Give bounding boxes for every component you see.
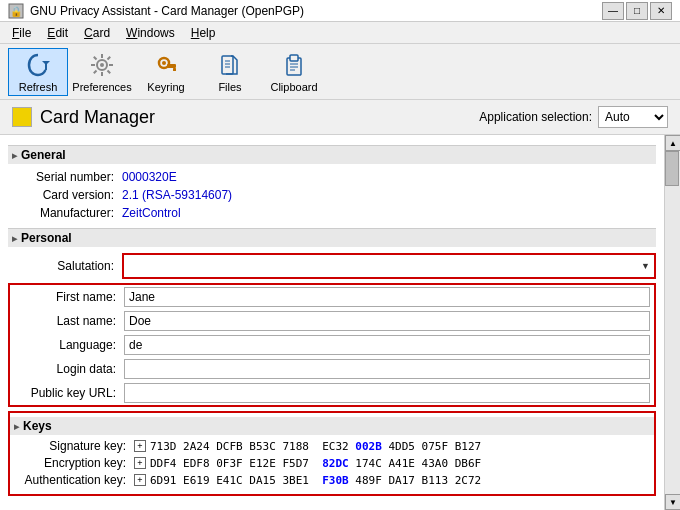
salutation-dropdown[interactable]: Mr. Ms. Dr. [124,255,654,277]
serial-number-label: Serial number: [12,170,122,184]
keys-title: Keys [23,419,52,433]
last-name-input[interactable] [124,311,650,331]
toolbar: Refresh Preferences [0,44,680,100]
card-version-label: Card version: [12,188,122,202]
card-version-row: Card version: 2.1 (RSA-59314607) [8,188,656,202]
personal-title: Personal [21,231,72,245]
svg-line-9 [94,56,97,59]
salutation-label: Salutation: [12,259,122,273]
login-data-input-row: Login data: [10,357,654,381]
language-input-row: Language: [10,333,654,357]
first-name-input-row: First name: [10,285,654,309]
signature-key-value: + 713D 2A24 DCFB B53C 7188 EC32 002B 4DD… [134,440,481,453]
menu-help[interactable]: Help [183,24,224,42]
signature-key-label: Signature key: [14,439,134,453]
scroll-up-arrow[interactable]: ▲ [665,135,680,151]
authentication-key-text: 6D91 E619 E41C DA15 3BE1 F30B 489F DA17 … [150,474,481,487]
refresh-label: Refresh [19,81,58,93]
personal-table: First name:Last name:Language:Login data… [8,283,656,407]
salutation-row: Salutation: Mr. Ms. Dr. ▼ [8,253,656,279]
keyring-label: Keyring [147,81,184,93]
serial-number-row: Serial number: 0000320E [8,170,656,184]
card-version-value: 2.1 (RSA-59314607) [122,188,232,202]
svg-line-11 [108,56,111,59]
card-manager-title: Card Manager [40,107,471,128]
encryption-key-label: Encryption key: [14,456,134,470]
personal-section-icon: ▸ [12,233,17,244]
keyring-button[interactable]: Keyring [136,48,196,96]
last-name-input-row: Last name: [10,309,654,333]
svg-rect-17 [222,56,233,74]
menu-windows[interactable]: Windows [118,24,183,42]
signature-key-expand[interactable]: + [134,440,146,452]
close-button[interactable]: ✕ [650,2,672,20]
app-icon: 🔒 [8,3,24,19]
general-section-header: ▸ General [8,145,656,164]
main-scroll-area: ▸ General Serial number: 0000320E Card v… [0,135,664,510]
first-name-input-label: First name: [14,290,124,304]
language-input[interactable] [124,335,650,355]
keys-section-header: ▸ Keys [10,417,654,435]
svg-rect-22 [290,55,298,61]
window-title: GNU Privacy Assistant - Card Manager (Op… [30,4,602,18]
encryption-key-expand[interactable]: + [134,457,146,469]
serial-number-value: 0000320E [122,170,177,184]
files-icon [216,51,244,79]
authentication-key-expand[interactable]: + [134,474,146,486]
preferences-button[interactable]: Preferences [72,48,132,96]
files-label: Files [218,81,241,93]
language-input-label: Language: [14,338,124,352]
svg-line-12 [94,70,97,73]
menu-edit[interactable]: Edit [39,24,76,42]
encryption-key-row: Encryption key: + DDF4 EDF8 0F3F E12E F5… [10,456,654,470]
content-wrapper: Card Manager Application selection: Auto… [0,100,680,510]
clipboard-label: Clipboard [270,81,317,93]
signature-key-text: 713D 2A24 DCFB B53C 7188 EC32 002B 4DD5 … [150,440,481,453]
refresh-button[interactable]: Refresh [8,48,68,96]
scroll-track[interactable] [665,151,680,494]
app-selection-dropdown[interactable]: Auto OpenPGP [598,106,668,128]
card-manager-header: Card Manager Application selection: Auto… [0,100,680,135]
section-header-icon: ▸ [12,150,17,161]
manufacturer-row: Manufacturer: ZeitControl [8,206,656,220]
minimize-button[interactable]: — [602,2,624,20]
preferences-icon [88,51,116,79]
menu-file[interactable]: File [4,24,39,42]
clipboard-icon [280,51,308,79]
app-selection-label: Application selection: [479,110,592,124]
login-data-input-label: Login data: [14,362,124,376]
card-manager-icon [12,107,32,127]
svg-point-14 [162,61,166,65]
app-selection-area: Application selection: Auto OpenPGP [479,106,668,128]
clipboard-button[interactable]: Clipboard [264,48,324,96]
authentication-key-value: + 6D91 E619 E41C DA15 3BE1 F30B 489F DA1… [134,474,481,487]
svg-point-4 [100,63,104,67]
public-key-url-input[interactable] [124,383,650,403]
login-data-input[interactable] [124,359,650,379]
encryption-key-value: + DDF4 EDF8 0F3F E12E F5D7 82DC 174C A41… [134,457,481,470]
window-controls: — □ ✕ [602,2,672,20]
svg-rect-15 [167,64,176,68]
files-button[interactable]: Files [200,48,260,96]
manufacturer-value: ZeitControl [122,206,181,220]
authentication-key-row: Authentication key: + 6D91 E619 E41C DA1… [10,473,654,487]
restore-button[interactable]: □ [626,2,648,20]
general-title: General [21,148,66,162]
authentication-key-label: Authentication key: [14,473,134,487]
scroll-down-arrow[interactable]: ▼ [665,494,680,510]
personal-section-header: ▸ Personal [8,228,656,247]
preferences-label: Preferences [72,81,131,93]
scrollbar: ▲ ▼ [664,135,680,510]
scroll-thumb[interactable] [665,151,679,186]
public-key-url-input-row: Public key URL: [10,381,654,405]
svg-rect-16 [173,68,176,71]
keyring-icon [152,51,180,79]
keys-section: ▸ Keys Signature key: + 713D 2A24 DCFB B… [8,411,656,496]
menu-card[interactable]: Card [76,24,118,42]
last-name-input-label: Last name: [14,314,124,328]
first-name-input[interactable] [124,287,650,307]
menubar: File Edit Card Windows Help [0,22,680,44]
encryption-key-text: DDF4 EDF8 0F3F E12E F5D7 82DC 174C A41E … [150,457,481,470]
public-key-url-input-label: Public key URL: [14,386,124,400]
manufacturer-label: Manufacturer: [12,206,122,220]
